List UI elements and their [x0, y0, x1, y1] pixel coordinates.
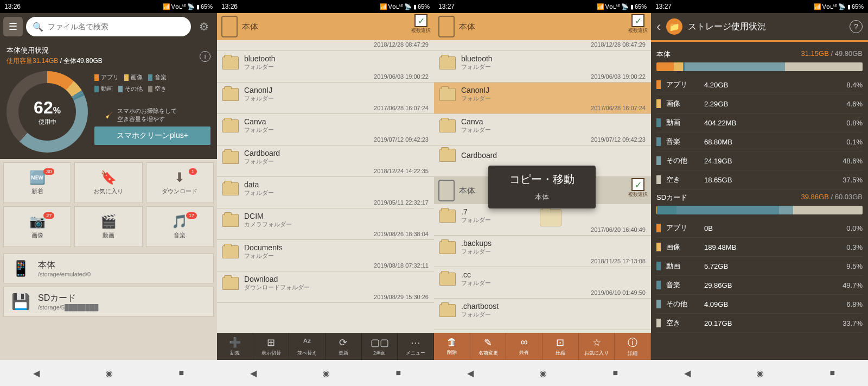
toolbar-削除[interactable]: 🗑削除 — [434, 333, 470, 360]
device-icon — [221, 16, 238, 37]
screen-browser: 13:26 📶 Vᴏʟᵗᴱ 📡 ▮ 65% 本体 ✓ 複数選択 2018/12/… — [217, 0, 434, 386]
list-item[interactable]: DCIMカメラフォルダー2019/08/26 18:38:04 — [217, 208, 434, 240]
storage-detail-body[interactable]: 本体31.15GB / 49.80GBアプリ4.20GB8.4%画像2.29GB… — [651, 42, 868, 360]
nav-home[interactable]: ◉ — [105, 368, 113, 378]
grid-item-画像[interactable]: 📷画像27 — [3, 206, 71, 247]
toolbar-2画面[interactable]: ▢▢2画面 — [362, 333, 398, 360]
grid-item-動画[interactable]: 🎬動画 — [74, 206, 142, 247]
list-item[interactable]: bluetoothフォルダー2019/06/03 19:00:22 — [434, 51, 651, 83]
badge: 30 — [43, 168, 54, 175]
info-icon[interactable]: i — [200, 51, 210, 62]
list-item[interactable]: Documentsフォルダー2019/08/18 07:32:11 — [217, 240, 434, 271]
help-button[interactable]: ? — [850, 20, 863, 33]
grid-icon: 🆕 — [29, 170, 46, 185]
toolbar-新規[interactable]: ➕新規 — [217, 333, 253, 360]
device-icon — [438, 16, 455, 37]
nav-home[interactable]: ◉ — [322, 368, 330, 378]
nav-recent[interactable]: ■ — [830, 368, 835, 378]
grid-icon: 🎬 — [100, 214, 117, 229]
list-item[interactable]: Canvaフォルダー2019/07/12 09:42:23 — [434, 114, 651, 145]
folder-icon — [439, 210, 456, 223]
folder-icon — [222, 151, 239, 164]
storage-row[interactable]: 空き20.17GB33.7% — [656, 314, 863, 333]
menu-button[interactable]: ☰ — [3, 17, 23, 36]
toolbar-詳細[interactable]: ⓘ詳細 — [615, 333, 651, 360]
folder-icon — [439, 56, 456, 69]
android-nav: ◀ ◉ ■ — [0, 360, 217, 386]
folder-list-top[interactable]: 2018/12/28 08:47:29 bluetoothフォルダー2019/0… — [434, 40, 651, 177]
grid-item-ダウンロード[interactable]: ⬇ダウンロード1 — [146, 162, 214, 203]
back-button[interactable]: ‹ — [656, 19, 661, 34]
list-item[interactable]: 2018/12/28 08:47:29 — [217, 40, 434, 51]
clean-button[interactable]: スマホクリーンplus+ — [94, 126, 210, 145]
storage-summary: 本体使用状況 使用容量31.14GB / 全体49.80GB i — [0, 40, 217, 71]
multiselect-toggle[interactable]: ✓複数選択 — [628, 14, 648, 34]
screen-copy-move: 13:27 📶 Vᴏʟᵗᴱ 📡 ▮ 65% 本体 ✓複数選択 2018/12/2… — [434, 0, 651, 386]
list-item[interactable]: CanonIJフォルダー2017/06/28 16:07:24 — [434, 83, 651, 114]
list-item[interactable]: Cardboardフォルダー2018/12/24 14:22:35 — [217, 145, 434, 177]
list-item[interactable]: dataフォルダー2019/05/11 22:32:17 — [217, 177, 434, 208]
toolbar-圧縮[interactable]: ⊡圧縮 — [542, 333, 579, 360]
search-input[interactable] — [48, 22, 184, 31]
nav-back[interactable]: ◀ — [33, 368, 40, 378]
badge: 27 — [43, 212, 54, 219]
storage-item[interactable]: 💾SDカード/storage/5████████ — [3, 287, 214, 317]
nav-home[interactable]: ◉ — [539, 368, 547, 378]
nav-back[interactable]: ◀ — [684, 368, 691, 378]
status-time: 13:26 — [4, 3, 21, 10]
status-bar: 13:27 📶 Vᴏʟᵗᴱ 📡 ▮ 65% — [651, 0, 868, 13]
storage-row[interactable]: アプリ0B0.0% — [656, 219, 863, 238]
storage-row[interactable]: 画像189.48MB0.3% — [656, 238, 863, 257]
storage-row[interactable]: 空き18.65GB37.5% — [656, 170, 863, 189]
folder-icon — [439, 241, 456, 254]
browser-toolbar: ➕新規⊞表示切替ᴬᶻ並べ替え⟳更新▢▢2画面⋯メニュー — [217, 333, 434, 360]
list-item[interactable]: .chartboostフォルダー — [434, 299, 651, 330]
storage-row[interactable]: その他4.09GB6.8% — [656, 295, 863, 314]
status-bar: 13:26 📶 Vᴏʟᵗᴱ 📡 ▮ 65% — [217, 0, 434, 13]
list-item[interactable]: CanonIJフォルダー2017/06/28 16:07:24 — [217, 83, 434, 114]
toolbar-メニュー[interactable]: ⋯メニュー — [398, 333, 434, 360]
multiselect-toggle[interactable]: ✓複数選択 — [628, 178, 648, 198]
settings-button[interactable]: ⚙ — [194, 17, 214, 36]
grid-icon: ⬇ — [174, 170, 185, 185]
nav-recent[interactable]: ■ — [179, 368, 184, 378]
toolbar-更新[interactable]: ⟳更新 — [326, 333, 362, 360]
search-box[interactable]: 🔍 — [26, 17, 191, 36]
nav-back[interactable]: ◀ — [250, 368, 257, 378]
toolbar-共有[interactable]: ∞共有 — [506, 333, 542, 360]
nav-home[interactable]: ◉ — [756, 368, 764, 378]
list-item[interactable]: Downloadダウンロードフォルダー2019/08/29 15:30:26 — [217, 271, 434, 303]
list-item[interactable]: .backupsフォルダー2018/11/25 17:13:08 — [434, 236, 651, 267]
multiselect-toggle[interactable]: ✓ 複数選択 — [411, 14, 431, 34]
grid-icon: 📷 — [29, 214, 46, 229]
nav-recent[interactable]: ■ — [613, 368, 618, 378]
storage-row[interactable]: 音楽29.86GB49.7% — [656, 276, 863, 295]
toolbar-名前変更[interactable]: ✎名前変更 — [470, 333, 507, 360]
grid-item-音楽[interactable]: 🎵音楽17 — [146, 206, 214, 247]
list-item[interactable]: .ccフォルダー2019/06/10 01:49:50 — [434, 267, 651, 299]
folder-list[interactable]: 2018/12/28 08:47:29 bluetoothフォルダー2019/0… — [217, 40, 434, 333]
toolbar-表示切替[interactable]: ⊞表示切替 — [253, 333, 290, 360]
nav-back[interactable]: ◀ — [467, 368, 474, 378]
storage-row[interactable]: その他24.19GB48.6% — [656, 151, 863, 170]
storage-item[interactable]: 📱本体/storage/emulated/0 — [3, 254, 214, 283]
storage-icon: 💾 — [11, 293, 30, 311]
grid-item-お気に入り[interactable]: 🔖お気に入り — [74, 162, 142, 203]
storage-row[interactable]: 画像2.29GB4.6% — [656, 94, 863, 113]
toolbar-並べ替え[interactable]: ᴬᶻ並べ替え — [289, 333, 326, 360]
storage-row[interactable]: 動画5.72GB9.5% — [656, 257, 863, 276]
list-item[interactable]: Canvaフォルダー2019/07/12 09:42:23 — [217, 114, 434, 145]
screen-storage-detail: 13:27 📶 Vᴏʟᵗᴱ 📡 ▮ 65% ‹ 📁 ストレージ使用状況 ? 本体… — [651, 0, 868, 386]
storage-row[interactable]: 動画404.22MB0.8% — [656, 113, 863, 132]
folder-icon — [222, 88, 239, 101]
grid-item-新着[interactable]: 🆕新着30 — [3, 162, 71, 203]
storage-row[interactable]: 音楽68.80MB0.1% — [656, 132, 863, 151]
folder-icon — [222, 119, 239, 132]
check-icon: ✓ — [414, 14, 427, 27]
nav-recent[interactable]: ■ — [396, 368, 401, 378]
list-item[interactable]: bluetoothフォルダー2019/06/03 19:00:22 — [217, 51, 434, 83]
storage-row[interactable]: アプリ4.20GB8.4% — [656, 75, 863, 94]
toolbar-お気に入り[interactable]: ☆お気に入り — [579, 333, 615, 360]
storage-bar — [656, 62, 863, 71]
folder-icon — [222, 245, 239, 258]
